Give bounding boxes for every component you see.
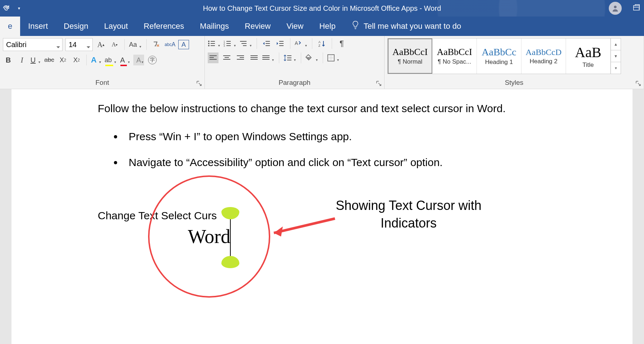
separator	[124, 39, 125, 50]
bold-button[interactable]: B	[3, 55, 14, 65]
tab-design[interactable]: Design	[56, 17, 96, 36]
align-left-icon[interactable]	[208, 52, 218, 63]
tab-view[interactable]: View	[279, 17, 311, 36]
align-right-icon[interactable]	[235, 52, 246, 63]
group-label: Styles	[387, 77, 641, 89]
enclose-characters-icon[interactable]: 字	[147, 55, 158, 65]
separator	[312, 38, 312, 49]
style-item[interactable]: AaBbCcHeading 1	[477, 38, 521, 74]
borders-icon[interactable]	[327, 52, 340, 63]
highlight-color-icon[interactable]: ab	[105, 55, 117, 65]
show-marks-icon[interactable]: ¶	[336, 38, 347, 49]
grow-font-icon[interactable]: A▴	[96, 39, 106, 50]
scroll-up-icon[interactable]: ▲	[611, 38, 621, 50]
change-case-icon[interactable]: Aa	[129, 39, 142, 50]
title-bar: ▾ How to Change Text Cursor Size and Col…	[0, 0, 644, 17]
decrease-indent-icon[interactable]	[261, 38, 272, 49]
justify-icon[interactable]	[249, 52, 259, 63]
italic-button[interactable]: I	[17, 55, 27, 65]
style-item[interactable]: AaBTitle	[566, 38, 611, 74]
scroll-down-icon[interactable]: ▼	[611, 50, 621, 62]
subscript-button[interactable]: X2	[58, 55, 68, 65]
phonetic-guide-icon[interactable]: abcA	[165, 39, 175, 50]
style-item[interactable]: AaBbCcI¶ No Spac...	[432, 38, 477, 74]
chevron-down-icon	[56, 43, 60, 46]
svg-text:A: A	[318, 40, 321, 44]
style-item[interactable]: AaBbCcDHeading 2	[521, 38, 566, 74]
dialog-launcher-icon[interactable]	[376, 81, 383, 87]
style-preview: AaBbCcD	[526, 47, 562, 57]
style-gallery: AaBbCcI¶ NormalAaBbCcI¶ No Spac...AaBbCc…	[387, 38, 621, 74]
group-label: Paragraph	[208, 77, 381, 89]
tab-help[interactable]: Help	[311, 17, 343, 36]
account-avatar-icon[interactable]	[609, 2, 622, 15]
style-name: Heading 2	[530, 58, 558, 65]
tab-layout[interactable]: Layout	[96, 17, 136, 36]
font-size-value: 14	[69, 41, 83, 49]
underline-button[interactable]: U	[30, 55, 41, 65]
text-effects-icon[interactable]: A	[91, 55, 102, 65]
qat-customize-icon[interactable]: ▾	[14, 3, 24, 14]
list-item: Press “Win + I” to open Windows Settings…	[123, 128, 561, 145]
style-preview: AaBbCcI	[437, 47, 472, 58]
superscript-button[interactable]: X2	[71, 55, 82, 65]
font-name-select[interactable]: Calibri	[3, 38, 63, 51]
font-size-select[interactable]: 14	[65, 38, 93, 51]
text-direction-icon[interactable]: A	[295, 38, 308, 49]
numbering-icon[interactable]: 123	[224, 38, 236, 49]
svg-text:3: 3	[224, 45, 225, 47]
svg-point-8	[208, 45, 210, 46]
tell-me-label: Tell me what you want to do	[364, 22, 461, 31]
separator	[323, 52, 323, 63]
dialog-launcher-icon[interactable]	[197, 81, 203, 87]
increase-indent-icon[interactable]	[275, 38, 286, 49]
character-shading-icon[interactable]: A	[133, 55, 144, 65]
line-spacing-icon[interactable]	[284, 52, 296, 63]
clear-formatting-icon[interactable]	[151, 39, 162, 50]
font-color-swatch	[120, 65, 127, 66]
group-font: Calibri 14 A▴ A▾ Aa abcA A B I U	[0, 36, 205, 89]
ribbon-display-options-icon[interactable]	[632, 4, 640, 13]
font-color-icon[interactable]: A	[120, 55, 130, 65]
svg-rect-1	[634, 5, 640, 10]
bullets-icon[interactable]	[208, 38, 221, 49]
align-center-icon[interactable]	[221, 52, 232, 63]
tab-label: Help	[319, 22, 335, 31]
group-styles: AaBbCcI¶ NormalAaBbCcI¶ No Spac...AaBbCc…	[385, 36, 644, 89]
document-area[interactable]: Follow the below instructions to change …	[0, 89, 644, 344]
document-page[interactable]: Follow the below instructions to change …	[12, 89, 632, 344]
separator	[257, 38, 257, 49]
style-item[interactable]: AaBbCcI¶ Normal	[388, 38, 432, 74]
svg-text:A: A	[295, 40, 298, 46]
tab-review[interactable]: Review	[237, 17, 279, 36]
ribbon-tabs: e Insert Design Layout References Mailin…	[0, 17, 644, 36]
tab-label: Review	[245, 22, 271, 31]
tab-label: e	[8, 22, 12, 31]
character-border-icon[interactable]: A	[178, 40, 189, 49]
style-name: Heading 1	[485, 59, 513, 66]
group-label: Font	[3, 77, 202, 89]
list-item: Navigate to “Accessibility” option and c…	[123, 154, 561, 171]
tab-label: Mailings	[200, 22, 229, 31]
sort-icon[interactable]: AZ	[317, 38, 327, 49]
highlight-swatch	[105, 65, 113, 66]
tab-label: View	[286, 22, 303, 31]
ribbon: Calibri 14 A▴ A▾ Aa abcA A B I U	[0, 36, 644, 89]
distributed-icon[interactable]	[262, 52, 275, 63]
text-cursor-icon	[230, 215, 231, 258]
svg-point-0	[614, 6, 616, 8]
multilevel-list-icon[interactable]	[239, 38, 252, 49]
strikethrough-button[interactable]: abc	[44, 55, 55, 65]
shading-icon[interactable]	[305, 52, 318, 63]
tab-references[interactable]: References	[136, 17, 192, 36]
svg-line-49	[274, 219, 335, 233]
shrink-font-icon[interactable]: A▾	[109, 39, 120, 50]
tell-me-search[interactable]: Tell me what you want to do	[344, 17, 461, 36]
dialog-launcher-icon[interactable]	[636, 81, 642, 87]
tab-mailings[interactable]: Mailings	[192, 17, 237, 36]
style-gallery-more-icon[interactable]: ▾	[611, 62, 621, 74]
tab-insert[interactable]: Insert	[20, 17, 56, 36]
separator	[279, 52, 279, 63]
redo-icon[interactable]	[1, 3, 12, 14]
tab-home[interactable]: e	[0, 17, 20, 36]
